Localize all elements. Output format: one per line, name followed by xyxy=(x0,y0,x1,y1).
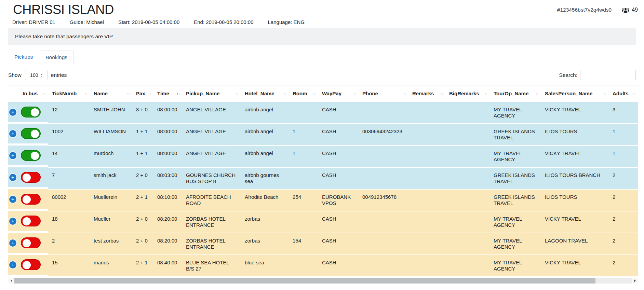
page-length-control: Show 100 ▴▾ entries xyxy=(8,70,67,80)
plus-icon: + xyxy=(11,152,14,158)
cell-waypay: CASH xyxy=(318,124,358,146)
col-phone[interactable]: Phone↑↓ xyxy=(358,85,408,102)
horizontal-scrollbar[interactable] xyxy=(8,278,638,284)
tab-bookings[interactable]: Bookings xyxy=(39,51,74,64)
cell-phone xyxy=(358,211,408,233)
toggle-knob xyxy=(23,217,31,225)
tab-bar: Pickups Bookings xyxy=(8,51,636,64)
booking-row: + 15 manos 2 + 1 08:40:00 BLUE SEA HOTEL… xyxy=(8,255,638,277)
in-bus-toggle[interactable] xyxy=(21,128,41,139)
scroll-left-button[interactable] xyxy=(8,278,14,284)
sort-icons: ↑↓ xyxy=(403,91,406,97)
in-bus-toggle[interactable] xyxy=(21,216,41,226)
in-bus-toggle[interactable] xyxy=(21,259,41,270)
toggle-knob xyxy=(23,174,31,182)
cell-pickup-name: ZORBAS HOTEL ENTRANCE xyxy=(182,233,241,255)
cell-ticknumb: 12 xyxy=(48,102,90,124)
cell-pickup-name: GOURNES CHURCH BUS STOP 8 xyxy=(182,167,241,189)
sort-icons: ↑↓ xyxy=(484,91,487,97)
entries-label: entries xyxy=(51,72,67,78)
expand-row-button[interactable]: + xyxy=(9,239,16,247)
cell-adults: 2 xyxy=(608,189,638,211)
expand-row-button[interactable]: + xyxy=(9,152,16,159)
col-pickup-name[interactable]: Pickup_Name↑↓ xyxy=(182,85,241,102)
cell-phone xyxy=(358,146,408,167)
cell-ticknumb: 18 xyxy=(48,211,90,233)
col-time[interactable]: Time↑↓ xyxy=(153,85,182,102)
booking-row: + 14 murdoch 1 + 1 08:00:00 ANGEL VILLAG… xyxy=(8,146,638,167)
expand-row-button[interactable]: + xyxy=(9,174,16,181)
search-input[interactable] xyxy=(580,70,636,80)
col-waypay[interactable]: WayPay↑↓ xyxy=(318,85,358,102)
cell-hotel-name: airbnb angel xyxy=(241,146,289,167)
page-size-select[interactable]: 100 ▴▾ xyxy=(25,70,48,80)
scroll-right-button[interactable] xyxy=(632,278,638,284)
cell-tourop-name: MY TRAVEL AGENCY xyxy=(489,146,541,167)
col-adults[interactable]: Adults↑↓ xyxy=(608,85,638,102)
cell-time: 08:20:00 xyxy=(153,233,182,255)
col-tourop-name[interactable]: TourOp_Name↑↓ xyxy=(489,85,541,102)
cell-hotel-name: zorbas xyxy=(241,211,289,233)
header-row: In bus↑↓ TickNumb↑↓ Name↑↓ Pax↑↓ Time↑↓ … xyxy=(8,85,638,102)
cell-pax: 2 + 1 xyxy=(132,189,153,211)
search-control: Search: xyxy=(559,70,636,80)
col-name[interactable]: Name↑↓ xyxy=(90,85,132,102)
bookings-table: In bus↑↓ TickNumb↑↓ Name↑↓ Pax↑↓ Time↑↓ … xyxy=(8,85,638,277)
scroll-left-icon xyxy=(11,279,12,282)
col-salesperson-name[interactable]: SalesPerson_Name↑↓ xyxy=(541,85,608,102)
col-hotel-name[interactable]: Hotel_Name↑↓ xyxy=(241,85,289,102)
cell-room xyxy=(289,255,318,277)
cell-in-bus: + xyxy=(8,255,48,275)
expand-row-button[interactable]: + xyxy=(9,130,16,137)
expand-row-button[interactable]: + xyxy=(9,109,16,116)
cell-ticknumb: 80002 xyxy=(48,189,90,211)
cell-tourop-name: GREEK ISLANDS TRAVEL xyxy=(489,167,541,189)
cell-tourop-name: MY TRAVEL AGENCY xyxy=(489,102,541,124)
vip-note: Please take note that passengers are VIP xyxy=(8,28,636,45)
show-label: Show xyxy=(8,72,22,78)
scrollbar-thumb[interactable] xyxy=(14,278,595,284)
plus-icon: + xyxy=(11,109,14,115)
cell-adults: 2 xyxy=(608,233,638,255)
cell-hotel-name: airbnb angel xyxy=(241,102,289,124)
cell-adults: 2 xyxy=(608,211,638,233)
cell-in-bus: + xyxy=(8,167,48,188)
expand-row-button[interactable]: + xyxy=(9,218,16,225)
col-in-bus[interactable]: In bus↑↓ xyxy=(8,85,48,102)
expand-row-button[interactable]: + xyxy=(9,261,16,268)
in-bus-toggle[interactable] xyxy=(21,194,41,205)
cell-salesperson-name: ILIOS TOURS xyxy=(541,189,608,211)
cell-adults: 2 xyxy=(608,255,638,277)
cell-name: smith jack xyxy=(90,167,132,189)
cell-adults: 1 xyxy=(608,146,638,167)
plus-icon: + xyxy=(11,130,14,136)
toggle-knob xyxy=(31,152,39,160)
expand-row-button[interactable]: + xyxy=(9,196,16,203)
cell-pax: 1 + 1 xyxy=(132,146,153,167)
cell-waypay: CASH xyxy=(318,167,358,189)
in-bus-toggle[interactable] xyxy=(21,237,41,248)
tour-info-bar: Driver: DRIVER 01 Guide: Michael Start: … xyxy=(0,19,644,25)
cell-salesperson-name: ILIOS TOURS BRANCH xyxy=(541,167,608,189)
page-size-value: 100 xyxy=(30,72,38,78)
in-bus-toggle[interactable] xyxy=(21,107,41,118)
col-remarks[interactable]: Remarks↑↓ xyxy=(408,85,445,102)
cell-waypay: CASH xyxy=(318,211,358,233)
cell-adults: 1 xyxy=(608,124,638,146)
sort-icons: ↑↓ xyxy=(353,91,356,97)
col-room[interactable]: Room↑↓ xyxy=(289,85,318,102)
sort-icons: ↑↓ xyxy=(148,91,151,97)
in-bus-toggle[interactable] xyxy=(21,172,41,183)
cell-room: 1 xyxy=(289,124,318,146)
cell-waypay: CASH xyxy=(318,233,358,255)
col-ticknumb[interactable]: TickNumb↑↓ xyxy=(48,85,90,102)
col-pax[interactable]: Pax↑↓ xyxy=(132,85,153,102)
col-bigremarks[interactable]: BigRemarks↑↓ xyxy=(445,85,489,102)
cell-in-bus: + xyxy=(8,146,48,166)
topbar-right: #123456bst7v2q4wds0 49 xyxy=(557,7,638,13)
in-bus-toggle[interactable] xyxy=(21,150,41,161)
page-title: CHRISSI ISLAND xyxy=(13,2,114,17)
cell-hotel-name: zorbas xyxy=(241,233,289,255)
tab-pickups[interactable]: Pickups xyxy=(8,51,39,64)
cell-bigremarks xyxy=(445,167,489,189)
